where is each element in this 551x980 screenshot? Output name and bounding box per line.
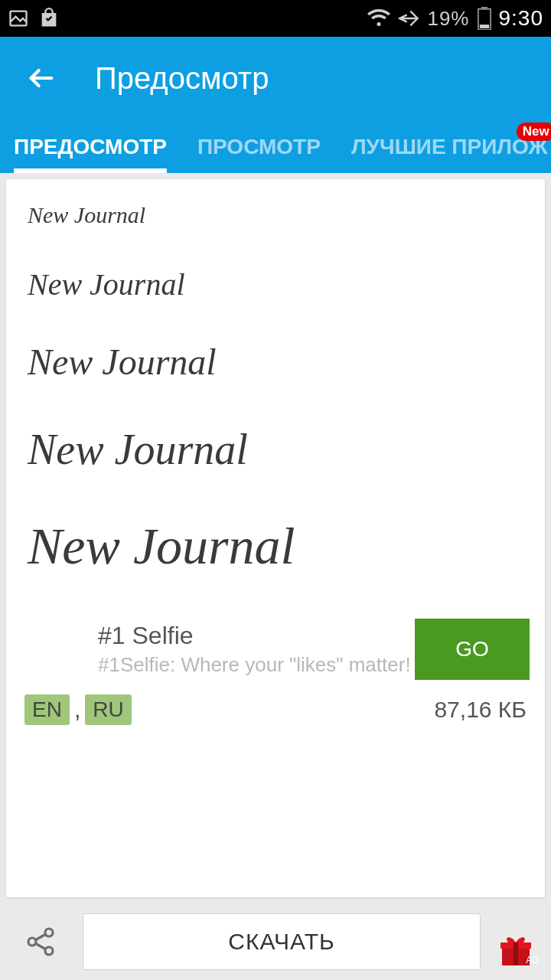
tab-label: ПРЕДОСМОТР [14, 135, 167, 158]
preview-sample: New Journal [28, 516, 523, 577]
new-badge: New [517, 122, 551, 141]
app-bar: Предосмотр ПРЕДОСМОТР ПРОСМОТР ЛУЧШИЕ ПР… [0, 37, 551, 173]
svg-rect-9 [514, 942, 518, 965]
battery-percentage: 19% [427, 7, 469, 31]
ad-subtitle: #1Selfie: Where your "likes" matter! [98, 653, 415, 677]
preview-sample: New Journal [28, 202, 523, 228]
lang-separator: , [74, 697, 80, 723]
share-button[interactable] [11, 915, 72, 969]
preview-sample: New Journal [28, 425, 523, 474]
svg-rect-3 [479, 24, 488, 28]
page-title: Предосмотр [95, 61, 269, 96]
tabs: ПРЕДОСМОТР ПРОСМОТР ЛУЧШИЕ ПРИЛОЖ New [0, 119, 551, 173]
main-card: New Journal New Journal New Journal New … [6, 179, 545, 897]
image-icon [8, 8, 29, 29]
gift-ad-button[interactable]: AD [491, 915, 540, 969]
lang-chip-ru[interactable]: RU [85, 694, 131, 725]
file-size: 87,16 КБ [434, 697, 527, 723]
preview-sample: New Journal [28, 341, 523, 383]
tab-preview[interactable]: ПРЕДОСМОТР [14, 135, 167, 173]
back-button[interactable] [18, 63, 64, 93]
download-label: СКАЧАТЬ [228, 929, 334, 955]
bag-icon [38, 8, 60, 29]
ad-thumbnail [21, 615, 90, 684]
tab-label: ПРОСМОТР [197, 135, 321, 158]
tab-label: ЛУЧШИЕ ПРИЛОЖ [351, 135, 548, 158]
tab-best-apps[interactable]: ЛУЧШИЕ ПРИЛОЖ New [351, 135, 548, 173]
wifi-icon [367, 8, 390, 28]
battery-icon [478, 7, 491, 30]
ad-title: #1 Selfie [98, 622, 415, 650]
ad-go-button[interactable]: GO [415, 619, 530, 680]
preview-sample: New Journal [28, 266, 523, 302]
font-preview-list: New Journal New Journal New Journal New … [6, 179, 545, 607]
status-bar: 19% 9:30 [0, 0, 551, 37]
download-button[interactable]: СКАЧАТЬ [83, 913, 481, 970]
ad-text: #1 Selfie #1Selfie: Where your "likes" m… [98, 622, 415, 677]
meta-row: EN , RU 87,16 КБ [6, 690, 545, 739]
lang-chip-en[interactable]: EN [24, 694, 70, 725]
ad-row[interactable]: #1 Selfie #1Selfie: Where your "likes" m… [6, 607, 545, 690]
bottom-bar: СКАЧАТЬ AD [0, 903, 551, 980]
airplane-icon [398, 8, 419, 29]
clock: 9:30 [499, 6, 544, 31]
ad-go-label: GO [455, 637, 489, 662]
tab-view[interactable]: ПРОСМОТР [197, 135, 321, 173]
gift-ad-label: AD [526, 955, 539, 965]
